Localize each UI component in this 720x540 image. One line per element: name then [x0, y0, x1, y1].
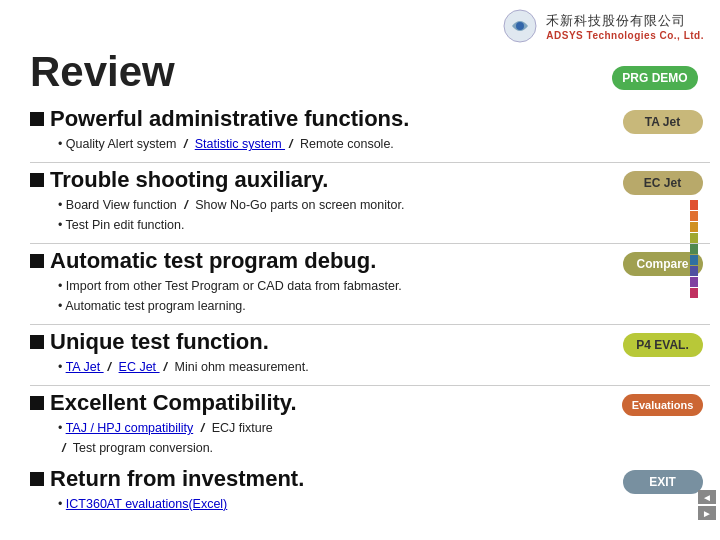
bullet-icon-4: [30, 335, 44, 349]
color-bar-9: [690, 288, 698, 298]
section-unique-text: Unique test function. • TA Jet / EC Jet …: [30, 329, 615, 377]
statistic-system-link[interactable]: Statistic system: [195, 137, 285, 151]
bullet-icon-2: [30, 173, 44, 187]
section-trouble: Trouble shooting auxiliary. • Board View…: [30, 167, 710, 235]
body-unique: • TA Jet / EC Jet / Mini ohm measurement…: [30, 357, 615, 377]
body-administrative: • Quality Alert system / Statistic syste…: [30, 134, 615, 154]
color-bar-5: [690, 244, 698, 254]
heading-trouble: Trouble shooting auxiliary.: [30, 167, 615, 193]
svg-point-1: [516, 22, 524, 30]
divider-2: [30, 243, 710, 244]
evaluations-button[interactable]: Evaluations: [622, 394, 704, 416]
nav-next-button[interactable]: ►: [698, 506, 716, 520]
p4-eval-btn-col: P4 EVAL.: [615, 329, 710, 361]
prg-demo-button[interactable]: PRG DEMO: [612, 66, 697, 90]
body-return: • ICT360AT evaluations(Excel): [30, 494, 615, 514]
section-unique: Unique test function. • TA Jet / EC Jet …: [30, 329, 710, 377]
bullet-icon-3: [30, 254, 44, 268]
logo-area: 禾新科技股份有限公司 ADSYS Technologies Co., Ltd.: [502, 8, 704, 44]
p4-eval-button[interactable]: P4 EVAL.: [623, 333, 703, 357]
taj-hpj-link[interactable]: TAJ / HPJ compatibility: [66, 421, 194, 435]
color-bars: [690, 200, 698, 298]
section-administrative: Powerful administrative functions. • Qua…: [30, 106, 710, 154]
section-automatic-text: Automatic test program debug. • Import f…: [30, 248, 615, 316]
color-bar-6: [690, 255, 698, 265]
section-compatibility: Excellent Compatibility. • TAJ / HPJ com…: [30, 390, 710, 458]
body-trouble: • Board View function / Show No-Go parts…: [30, 195, 615, 235]
color-bar-4: [690, 233, 698, 243]
logo-text-block: 禾新科技股份有限公司 ADSYS Technologies Co., Ltd.: [546, 12, 704, 41]
ta-jet-link[interactable]: TA Jet: [66, 360, 104, 374]
color-bar-2: [690, 211, 698, 221]
bullet-icon-5: [30, 396, 44, 410]
bullet-icon: [30, 112, 44, 126]
divider-3: [30, 324, 710, 325]
divider-1: [30, 162, 710, 163]
color-bar-8: [690, 277, 698, 287]
heading-administrative: Powerful administrative functions.: [30, 106, 615, 132]
ec-jet-button[interactable]: EC Jet: [623, 171, 703, 195]
divider-4: [30, 385, 710, 386]
nav-prev-button[interactable]: ◄: [698, 490, 716, 504]
body-compatibility: • TAJ / HPJ compatibility / ECJ fixture …: [30, 418, 615, 458]
page: 禾新科技股份有限公司 ADSYS Technologies Co., Ltd. …: [0, 0, 720, 540]
exit-btn-col: EXIT: [615, 466, 710, 498]
section-return: Return from investment. • ICT360AT evalu…: [30, 466, 710, 514]
logo-english: ADSYS Technologies Co., Ltd.: [546, 30, 704, 41]
page-title: Review: [20, 48, 600, 96]
color-bar-7: [690, 266, 698, 276]
header: 禾新科技股份有限公司 ADSYS Technologies Co., Ltd.: [0, 0, 720, 48]
section-return-text: Return from investment. • ICT360AT evalu…: [30, 466, 615, 514]
heading-automatic: Automatic test program debug.: [30, 248, 615, 274]
heading-compatibility: Excellent Compatibility.: [30, 390, 615, 416]
nav-arrows: ◄ ►: [698, 490, 716, 520]
exit-button[interactable]: EXIT: [623, 470, 703, 494]
main-content: Powerful administrative functions. • Qua…: [0, 106, 720, 524]
ec-jet-link[interactable]: EC Jet: [119, 360, 160, 374]
ta-jet-btn-col: TA Jet: [615, 106, 710, 138]
color-bar-1: [690, 200, 698, 210]
body-automatic: • Import from other Test Program or CAD …: [30, 276, 615, 316]
section-compatibility-text: Excellent Compatibility. • TAJ / HPJ com…: [30, 390, 615, 458]
ta-jet-button[interactable]: TA Jet: [623, 110, 703, 134]
ict360at-link[interactable]: ICT360AT evaluations(Excel): [66, 497, 227, 511]
section-administrative-text: Powerful administrative functions. • Qua…: [30, 106, 615, 154]
content-area: Powerful administrative functions. • Qua…: [20, 106, 720, 524]
heading-return: Return from investment.: [30, 466, 615, 492]
bullet-icon-6: [30, 472, 44, 486]
heading-unique: Unique test function.: [30, 329, 615, 355]
logo-icon: [502, 8, 538, 44]
evaluations-btn-col: Evaluations: [615, 390, 710, 420]
color-bar-3: [690, 222, 698, 232]
section-trouble-text: Trouble shooting auxiliary. • Board View…: [30, 167, 615, 235]
logo-chinese: 禾新科技股份有限公司: [546, 12, 686, 30]
ec-jet-btn-col: EC Jet: [615, 167, 710, 199]
section-automatic: Automatic test program debug. • Import f…: [30, 248, 710, 316]
